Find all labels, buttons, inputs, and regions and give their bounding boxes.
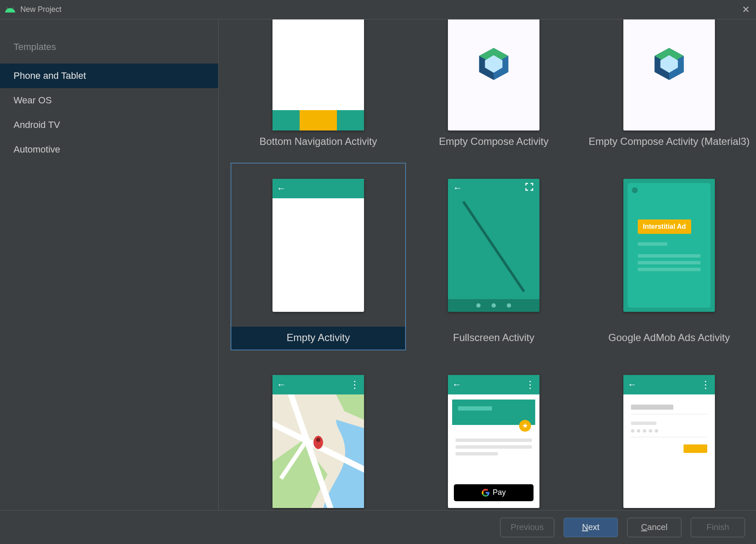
previous-label: Previous [511,522,544,532]
arrow-back-icon [452,379,461,390]
thumbnail: Interstitial Ad [623,179,715,312]
arrow-back-icon [277,183,286,194]
finish-label: Finish [706,522,729,532]
cancel-label: Cancel [641,522,667,532]
template-bottom-navigation[interactable]: Bottom Navigation Activity [231,19,406,154]
fullscreen-icon [524,182,534,194]
template-admob[interactable]: Interstitial Ad Google AdMob Ads Activit… [581,163,756,350]
star-icon: ★ [519,420,531,432]
wizard-footer: Previous Next Cancel Finish [0,510,756,544]
more-icon [525,379,535,391]
sidebar: Templates Phone and Tablet Wear OS Andro… [0,19,219,510]
next-button[interactable]: Next [564,518,618,537]
template-label: Google AdMob Ads Activity [582,327,756,350]
google-pay-button: Pay [454,484,534,501]
arrow-back-icon [628,379,637,390]
android-logo-icon [5,5,15,15]
template-gallery: Bottom Navigation Activity [219,19,756,510]
template-label: Empty Compose Activity [407,130,581,153]
close-icon[interactable]: ✕ [741,4,751,15]
more-icon [350,379,360,391]
template-empty-compose[interactable]: Empty Compose Activity [406,19,581,154]
svg-point-14 [316,438,320,442]
sidebar-item-phone-tablet[interactable]: Phone and Tablet [0,64,218,88]
template-map[interactable] [231,359,406,510]
cancel-button[interactable]: Cancel [627,518,681,537]
interstitial-ad-label: Interstitial Ad [638,219,691,234]
template-login[interactable] [581,359,756,510]
template-empty-compose-m3[interactable]: Empty Compose Activity (Material3) [581,19,756,154]
thumbnail [272,375,364,508]
thumbnail [272,179,364,312]
template-label: Empty Activity [231,327,405,350]
arrow-back-icon [277,379,286,390]
gpay-label: Pay [492,488,506,497]
thumbnail [623,19,715,130]
arrow-back-icon [453,183,462,194]
sidebar-item-wear-os[interactable]: Wear OS [0,88,218,113]
compose-logo-icon [475,46,512,82]
thumbnail: ★ Pay [448,375,539,508]
sidebar-item-android-tv[interactable]: Android TV [0,113,218,137]
thumbnail [623,375,715,508]
previous-button[interactable]: Previous [500,518,554,537]
main-area: Templates Phone and Tablet Wear OS Andro… [0,19,756,510]
template-fullscreen-activity[interactable]: Fullscreen Activity [406,163,581,350]
sidebar-item-automotive[interactable]: Automotive [0,137,218,162]
window-title: New Project [20,5,61,14]
thumbnail [272,19,364,130]
next-label: Next [582,522,599,532]
thumbnail [448,19,539,130]
finish-button[interactable]: Finish [691,518,745,537]
more-icon [700,379,711,391]
template-label: Bottom Navigation Activity [231,130,405,153]
thumbnail [448,179,539,312]
template-empty-activity[interactable]: Empty Activity [231,163,406,350]
template-label: Fullscreen Activity [407,327,581,350]
titlebar: New Project ✕ [0,0,756,19]
template-pay[interactable]: ★ Pay [406,359,581,510]
sidebar-heading: Templates [0,36,218,64]
compose-logo-icon [651,46,687,82]
google-g-icon [481,488,490,497]
template-label: Empty Compose Activity (Material3) [582,130,756,153]
